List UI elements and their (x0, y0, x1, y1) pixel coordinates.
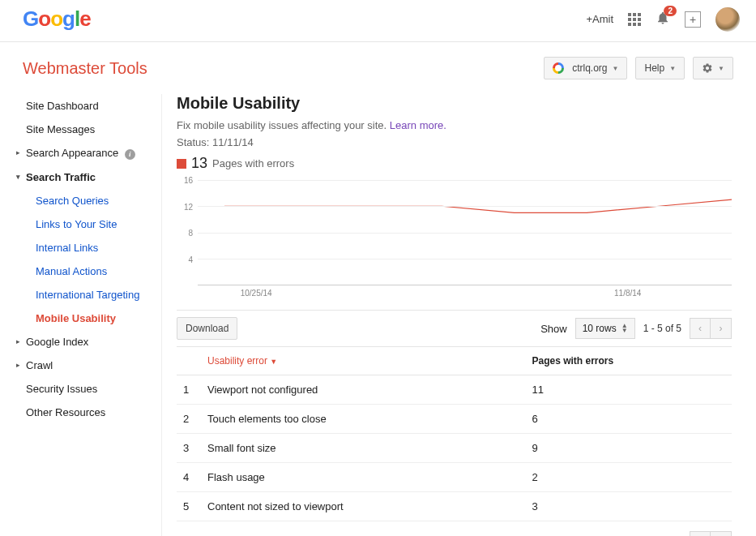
chevron-down-icon: ▼ (718, 65, 724, 72)
row-pages: 3 (525, 492, 732, 521)
legend-text: Pages with errors (212, 157, 294, 169)
chart-area (198, 180, 732, 285)
row-pages: 2 (525, 463, 732, 492)
sidebar-item-links[interactable]: Links to Your Site (11, 212, 161, 236)
row-index: 4 (177, 463, 201, 492)
row-index: 3 (177, 434, 201, 463)
sidebar-item-search-queries[interactable]: Search Queries (11, 189, 161, 212)
pager-buttons-bottom: ‹ › (690, 531, 732, 536)
learn-more-link[interactable]: Learn more. (390, 119, 446, 131)
layout: Site Dashboard Site Messages Search Appe… (0, 94, 756, 536)
gear-icon (702, 62, 713, 74)
sidebar-item-internal-links[interactable]: Internal Links (11, 236, 161, 259)
sidebar-item-search-traffic[interactable]: Search Traffic (11, 165, 161, 189)
row-error: Flash usage (201, 463, 525, 492)
row-pages: 11 (525, 375, 732, 405)
row-index: 2 (177, 405, 201, 434)
rows-select[interactable]: 10 rows ▲▼ (575, 318, 635, 339)
col-pages[interactable]: Pages with errors (525, 347, 732, 375)
row-index: 5 (177, 492, 201, 521)
row-error: Content not sized to viewport (201, 492, 525, 521)
sidebar-item-intl-targeting[interactable]: International Targeting (11, 283, 161, 307)
footer-pager: ‹ › (177, 531, 732, 536)
chart: 481216 10/25/1411/8/14 (177, 180, 732, 302)
row-pages: 9 (525, 434, 732, 463)
sidebar-item-mobile-usability[interactable]: Mobile Usability (11, 307, 161, 330)
help-label: Help (644, 62, 664, 74)
chevron-down-icon: ▼ (669, 65, 676, 72)
show-label: Show (540, 323, 567, 335)
table-row[interactable]: 5Content not sized to viewport3 (177, 492, 732, 521)
table-row[interactable]: 1Viewport not configured11 (177, 375, 732, 405)
notifications-icon[interactable]: 2 (656, 11, 670, 28)
row-error: Viewport not configured (201, 375, 525, 405)
legend-count: 13 (191, 155, 207, 172)
share-icon[interactable]: + (685, 11, 701, 28)
sidebar: Site Dashboard Site Messages Search Appe… (0, 94, 162, 536)
row-error: Small font size (201, 434, 525, 463)
table-controls: Download Show 10 rows ▲▼ 1 - 5 of 5 ‹ › (177, 310, 732, 347)
download-button[interactable]: Download (177, 317, 237, 340)
site-selector[interactable]: ctrlq.org ▼ (544, 57, 627, 79)
sidebar-item-messages[interactable]: Site Messages (11, 118, 161, 141)
sidebar-item-google-index[interactable]: Google Index (11, 330, 161, 354)
sidebar-item-manual-actions[interactable]: Manual Actions (11, 259, 161, 283)
row-index: 1 (177, 375, 201, 405)
usability-table: Usability error ▼ Pages with errors 1Vie… (177, 347, 732, 521)
chart-y-axis: 481216 (177, 180, 196, 285)
avatar[interactable] (715, 7, 740, 32)
sidebar-item-other[interactable]: Other Resources (11, 401, 161, 424)
info-icon[interactable]: i (125, 149, 135, 160)
google-logo[interactable]: Google (23, 6, 91, 32)
table-row[interactable]: 4Flash usage2 (177, 463, 732, 492)
table-controls-right: Show 10 rows ▲▼ 1 - 5 of 5 ‹ › (540, 318, 732, 339)
status-label: Status: (177, 136, 212, 148)
sidebar-item-dashboard[interactable]: Site Dashboard (11, 94, 161, 118)
subtitle-text: Fix mobile usability issues affecting yo… (177, 119, 390, 131)
sidebar-item-search-appearance[interactable]: Search Appearance i (11, 141, 161, 165)
pager-next[interactable]: › (711, 318, 732, 339)
legend-swatch (177, 159, 186, 169)
main-content: Mobile Usability Fix mobile usability is… (162, 94, 756, 536)
status-date: 11/11/14 (212, 136, 254, 148)
settings-button[interactable]: ▼ (693, 57, 733, 79)
page-subtitle: Fix mobile usability issues affecting yo… (177, 119, 732, 131)
headerbar-right: ctrlq.org ▼ Help ▼ ▼ (544, 57, 733, 79)
col-error-label: Usability error (207, 355, 267, 367)
table-row[interactable]: 2Touch elements too close6 (177, 405, 732, 434)
site-favicon (553, 62, 564, 74)
pager-text: 1 - 5 of 5 (643, 323, 681, 334)
pager-prev[interactable]: ‹ (690, 318, 711, 339)
pager-buttons: ‹ › (690, 318, 732, 339)
pager-next-bottom[interactable]: › (711, 531, 732, 536)
pager-prev-bottom[interactable]: ‹ (690, 531, 711, 536)
row-error: Touch elements too close (201, 405, 525, 434)
row-pages: 6 (525, 405, 732, 434)
status-line: Status: 11/11/14 (177, 136, 732, 148)
col-index (177, 347, 201, 375)
sidebar-item-label: Search Appearance (26, 147, 118, 159)
site-label: ctrlq.org (572, 62, 607, 74)
sort-indicator-icon: ▼ (270, 358, 277, 366)
stepper-icon: ▲▼ (621, 324, 628, 333)
table-row[interactable]: 3Small font size9 (177, 434, 732, 463)
user-link[interactable]: +Amit (586, 13, 613, 25)
page-title: Mobile Usability (177, 94, 732, 113)
topbar-right: +Amit 2 + (586, 7, 740, 32)
chevron-down-icon: ▼ (613, 65, 619, 72)
chart-legend: 13 Pages with errors (177, 155, 732, 172)
sidebar-item-crawl[interactable]: Crawl (11, 354, 161, 377)
col-error[interactable]: Usability error ▼ (201, 347, 525, 375)
apps-icon[interactable] (628, 13, 641, 26)
notification-badge: 2 (664, 6, 677, 16)
sidebar-item-security[interactable]: Security Issues (11, 377, 161, 401)
help-button[interactable]: Help ▼ (635, 57, 685, 79)
rows-value: 10 rows (583, 323, 617, 334)
topbar: Google +Amit 2 + (0, 0, 756, 42)
product-title[interactable]: Webmaster Tools (23, 59, 147, 78)
headerbar: Webmaster Tools ctrlq.org ▼ Help ▼ ▼ (0, 42, 756, 94)
